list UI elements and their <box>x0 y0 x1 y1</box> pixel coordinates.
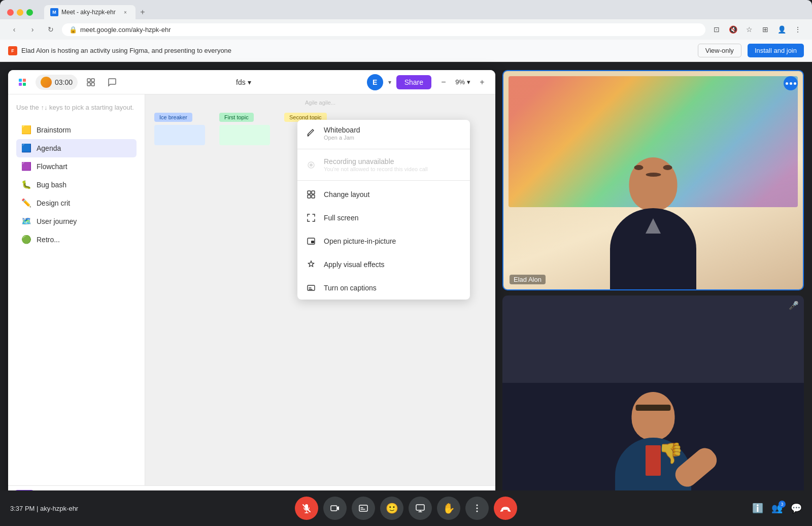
bookmark-icon[interactable]: ☆ <box>742 22 756 37</box>
layout-item-flowchart[interactable]: 🟪 Flowchart <box>16 157 137 176</box>
close-window-button[interactable] <box>7 9 14 16</box>
zoom-in-button[interactable]: + <box>475 75 489 89</box>
menu-item-whiteboard-label: Whiteboard <box>324 126 462 134</box>
canvas-label: Agile agile... <box>305 100 335 106</box>
video-panels: Elad Alon 👎 🎤 Francois <box>502 70 804 514</box>
zoom-out-button[interactable]: − <box>436 75 451 89</box>
menu-item-whiteboard[interactable]: Whiteboard Open a Jam <box>297 120 470 147</box>
svg-point-29 <box>477 508 478 509</box>
hangup-button[interactable] <box>494 497 517 520</box>
tab-favicon: M <box>50 8 58 16</box>
browser-toolbar: ‹ › ↻ 🔒 meet.google.com/aky-hzpk-ehr ⊡ 🔇… <box>0 19 812 40</box>
figma-left-panel: Use the ↑↓ keys to pick a starting layou… <box>8 94 145 485</box>
emoji-button[interactable]: 🙂 <box>380 497 403 520</box>
more-options-button[interactable] <box>465 497 489 520</box>
francois-beard <box>636 405 671 411</box>
menu-item-captions[interactable]: Turn on captions <box>297 276 470 300</box>
install-join-button[interactable]: Install and join <box>748 44 804 57</box>
figma-menu-button[interactable] <box>14 74 30 90</box>
fullscreen-icon <box>306 212 317 223</box>
agenda-icon: 🟦 <box>21 143 31 153</box>
info-button[interactable]: ℹ️ <box>752 503 763 514</box>
figma-toolbar: 03:00 fds ▾ E ▾ Share <box>8 70 495 94</box>
traffic-lights <box>7 9 33 16</box>
extension-icon[interactable]: ⊞ <box>758 22 772 37</box>
svg-rect-11 <box>312 191 315 194</box>
timer-text: 03:00 <box>55 78 73 86</box>
elad-eye-right <box>663 165 672 170</box>
raise-hand-button[interactable]: ✋ <box>437 497 460 520</box>
bottom-right-controls: ℹ️ 👥 3 💬 <box>721 503 802 514</box>
back-button[interactable]: ‹ <box>7 22 21 37</box>
layout-item-brainstorm[interactable]: 🟨 Brainstorm <box>16 121 137 139</box>
layout-item-userjourney[interactable]: 🗺️ User journey <box>16 212 137 231</box>
svg-rect-10 <box>308 191 311 194</box>
visualeffects-icon <box>306 259 317 270</box>
elad-name-label: Elad Alon <box>510 275 546 284</box>
comment-button[interactable] <box>104 74 120 90</box>
layout-item-agenda[interactable]: 🟦 Agenda <box>16 139 137 157</box>
svg-rect-15 <box>311 241 314 243</box>
menu-item-changelayout[interactable]: Change layout <box>297 183 470 206</box>
layout-item-flowchart-label: Flowchart <box>37 162 67 171</box>
profile-icon[interactable]: 👤 <box>774 22 789 37</box>
menu-item-pip-label: Open picture-in-picture <box>324 237 462 245</box>
menu-divider-2 <box>297 180 470 181</box>
layout-item-userjourney-label: User journey <box>37 217 77 225</box>
firsttopic-column: First topic <box>219 113 280 145</box>
video-panel-elad: Elad Alon <box>502 70 804 290</box>
pages-button[interactable] <box>83 74 99 90</box>
bugbash-icon: 🐛 <box>21 180 31 190</box>
firsttopic-badge: First topic <box>219 113 254 122</box>
menu-item-fullscreen[interactable]: Full screen <box>297 206 470 229</box>
address-bar[interactable]: 🔒 meet.google.com/aky-hzpk-ehr <box>62 23 705 36</box>
active-tab[interactable]: M Meet - aky-hzpk-ehr × <box>44 5 136 19</box>
svg-rect-6 <box>87 83 90 86</box>
layout-item-designcrit[interactable]: ✏️ Design crit <box>16 194 137 212</box>
info-bar-message: Elad Alon is hosting an activity using F… <box>21 47 231 54</box>
svg-rect-12 <box>308 195 311 198</box>
menu-item-pip[interactable]: Open picture-in-picture <box>297 229 470 253</box>
mute-icon[interactable]: 🔇 <box>726 22 740 37</box>
menu-item-visualeffects[interactable]: Apply visual effects <box>297 253 470 276</box>
timer-badge[interactable]: 03:00 <box>36 75 78 90</box>
minimize-window-button[interactable] <box>17 9 23 16</box>
mute-button[interactable] <box>295 497 318 520</box>
bottom-bar: 3:37 PM | aky-hzpk-ehr 🙂 <box>0 490 812 526</box>
tab-close-button[interactable]: × <box>121 8 129 16</box>
figma-file-name: fds <box>236 78 246 86</box>
figma-icon: F <box>8 46 17 55</box>
figma-canvas: Agile agile... Ice breaker First topic S… <box>145 94 495 485</box>
zoom-level[interactable]: 9% ▾ <box>453 78 473 86</box>
captions-button[interactable] <box>352 497 375 520</box>
svg-rect-2 <box>19 83 22 86</box>
svg-rect-5 <box>91 79 94 82</box>
layout-hint: Use the ↑↓ keys to pick a starting layou… <box>16 103 137 113</box>
francois-head <box>632 392 675 440</box>
maximize-window-button[interactable] <box>26 9 33 16</box>
url-text: meet.google.com/aky-hzpk-ehr <box>80 26 171 34</box>
brainstorm-icon: 🟨 <box>21 125 31 135</box>
share-button[interactable]: Share <box>396 75 431 89</box>
icebreaker-card <box>154 125 205 145</box>
layout-item-bugbash-label: Bug bash <box>37 181 66 189</box>
present-button[interactable] <box>409 497 432 520</box>
menu-item-recording: Recording unavailable You're not allowed… <box>297 151 470 178</box>
layout-item-retro[interactable]: 🟢 Retro... <box>16 231 137 249</box>
chat-button[interactable]: 💬 <box>791 503 802 514</box>
new-tab-button[interactable]: + <box>136 5 150 19</box>
menu-item-captions-label: Turn on captions <box>324 284 462 292</box>
timer-avatar <box>41 77 52 88</box>
user-avatar-button[interactable]: E <box>367 74 383 90</box>
reload-button[interactable]: ↻ <box>44 22 58 37</box>
forward-button[interactable]: › <box>25 22 40 37</box>
cast-icon[interactable]: ⊡ <box>709 22 724 37</box>
layout-item-bugbash[interactable]: 🐛 Bug bash <box>16 176 137 194</box>
figma-title[interactable]: fds ▾ <box>125 78 362 86</box>
view-only-button[interactable]: View-only <box>698 44 741 57</box>
more-menu-icon[interactable]: ⋮ <box>791 22 805 37</box>
participants-button[interactable]: 👥 3 <box>771 503 783 514</box>
camera-button[interactable] <box>323 497 347 520</box>
tab-title: Meet - aky-hzpk-ehr <box>61 9 118 16</box>
menu-item-visualeffects-label: Apply visual effects <box>324 260 462 269</box>
